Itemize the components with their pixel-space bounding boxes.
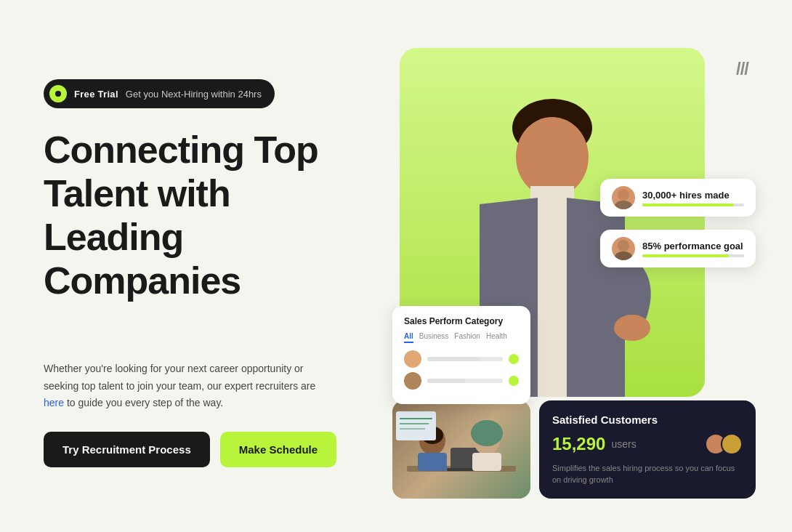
sales-tab-health[interactable]: Health	[486, 332, 507, 343]
left-panel: Free Trial Get you Next-Hiring within 24…	[44, 79, 356, 467]
sales-bar-bg-2	[427, 379, 503, 383]
perf-goal-text: 85% performance goal	[642, 241, 744, 251]
satisfied-avatars	[705, 433, 743, 455]
svg-rect-7	[538, 197, 567, 397]
page-container: Free Trial Get you Next-Hiring within 24…	[0, 0, 792, 532]
sales-tab-fashion[interactable]: Fashion	[454, 332, 480, 343]
meeting-svg	[392, 400, 530, 499]
hires-card: 30,000+ hires made	[600, 179, 756, 217]
perf-avatar	[612, 237, 635, 260]
perf-card-content: 85% performance goal	[642, 241, 744, 257]
badge-subtext: Get you Next-Hiring within 24hrs	[126, 89, 262, 100]
sales-row-2	[404, 372, 519, 390]
hires-card-content: 30,000+ hires made	[642, 190, 744, 206]
cta-buttons: Try Recruitment Process Make Schedule	[44, 432, 356, 467]
sales-bar-bg-1	[427, 357, 503, 361]
satisfied-card: Satisfied Customers 15,290 users Simplif…	[539, 400, 756, 499]
performance-card: 85% performance goal	[600, 230, 756, 267]
badge-dot-icon	[49, 85, 67, 102]
sales-status-dot-1	[509, 354, 519, 364]
satisfied-title: Satisfied Customers	[552, 414, 743, 426]
sales-card-title: Sales Perform Category	[404, 316, 519, 326]
svg-point-9	[618, 189, 629, 201]
badge-label: Free Trial	[74, 89, 118, 100]
svg-rect-18	[418, 453, 447, 471]
svg-point-1	[516, 117, 589, 197]
svg-point-10	[615, 201, 632, 209]
sales-tabs: All Business Fashion Health	[404, 332, 519, 343]
svg-rect-21	[472, 453, 501, 471]
free-trial-badge: Free Trial Get you Next-Hiring within 24…	[44, 79, 275, 108]
svg-point-8	[614, 315, 650, 341]
sales-tab-all[interactable]: All	[404, 332, 413, 343]
sales-avatar-2	[404, 372, 421, 390]
sales-card: Sales Perform Category All Business Fash…	[392, 306, 530, 404]
satisfied-count-row: 15,290 users	[552, 433, 743, 455]
satisfied-users-label: users	[611, 438, 636, 450]
svg-point-12	[615, 251, 632, 260]
svg-point-20	[471, 420, 503, 446]
satisfied-description: Simplifies the sales hiring process so y…	[552, 463, 743, 485]
right-panel: ⬟	[385, 48, 748, 499]
svg-rect-22	[396, 411, 436, 440]
sales-status-dot-2	[509, 376, 519, 386]
hires-avatar	[612, 186, 635, 209]
hires-count-text: 30,000+ hires made	[642, 190, 744, 201]
satisfied-avatar-2	[721, 433, 743, 455]
bottom-row: Satisfied Customers 15,290 users Simplif…	[392, 400, 756, 499]
slash-decoration-icon: ///	[736, 59, 748, 79]
svg-point-11	[618, 240, 629, 251]
try-recruitment-button[interactable]: Try Recruitment Process	[44, 432, 210, 467]
sales-avatar-1	[404, 350, 421, 368]
meeting-photo-card	[392, 400, 530, 499]
satisfied-count: 15,290	[552, 434, 605, 454]
photo-background	[392, 400, 530, 499]
description-text: Whether you're looking for your next car…	[44, 360, 320, 411]
make-schedule-button[interactable]: Make Schedule	[220, 432, 336, 467]
here-link[interactable]: here	[44, 397, 64, 408]
sales-tab-business[interactable]: Business	[419, 332, 449, 343]
main-heading: Connecting Top Talent with Leading Compa…	[44, 129, 356, 302]
sales-row-1	[404, 350, 519, 368]
